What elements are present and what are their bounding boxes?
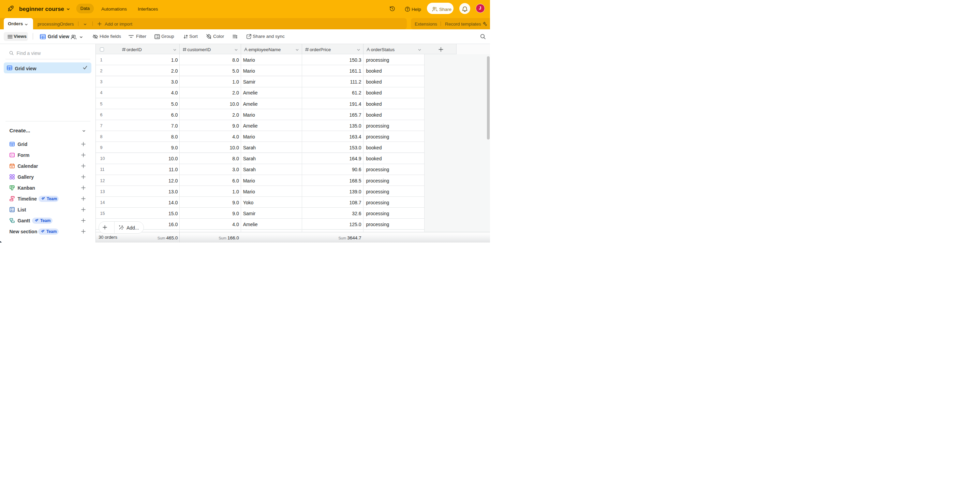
svg-text:31: 31 xyxy=(11,165,13,168)
